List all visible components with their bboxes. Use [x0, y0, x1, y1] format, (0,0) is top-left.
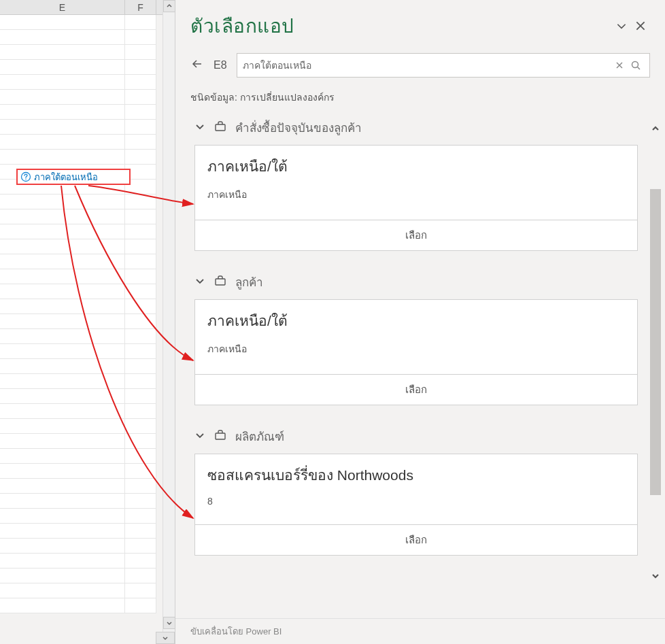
scroll-thumb[interactable]	[650, 189, 661, 495]
scroll-down-arrow[interactable]	[649, 569, 662, 583]
svg-line-8	[638, 67, 641, 70]
column-header-f[interactable]: F	[125, 0, 156, 14]
chevron-down-icon[interactable]	[194, 430, 205, 443]
pane-title: ตัวเลือกแอป	[190, 11, 612, 41]
pane-scrollbar[interactable]	[649, 121, 662, 583]
column-header-row: E F	[0, 0, 175, 15]
card-title: ภาคเหนือ/ใต้	[207, 309, 625, 332]
select-button[interactable]: เลือก	[195, 524, 637, 555]
cell-reference-label: E8	[214, 59, 227, 71]
pane-close-button[interactable]	[631, 20, 650, 32]
select-button[interactable]: เลือก	[195, 220, 637, 250]
clear-search-button[interactable]	[611, 60, 628, 71]
result-card[interactable]: ซอสแครนเบอร์รี่ของ Northwoods 8 เลือก	[194, 454, 638, 556]
sheet-vertical-scrollbar[interactable]	[163, 0, 175, 644]
result-group: คำสั่งซื้อปัจจุบันของลูกค้า ภาคเหนือ/ใต้…	[194, 114, 638, 251]
svg-point-7	[632, 62, 638, 68]
pane-footer: ขับเคลื่อนโดย Power BI	[175, 618, 665, 644]
card-title: ซอสแครนเบอร์รี่ของ Northwoods	[207, 464, 625, 486]
chevron-down-icon[interactable]	[194, 121, 205, 135]
result-card[interactable]: ภาคเหนือ/ใต้ ภาคเหนือ เลือก	[194, 145, 638, 251]
result-group: ผลิตภัณฑ์ ซอสแครนเบอร์รี่ของ Northwoods …	[194, 423, 638, 556]
briefcase-icon	[214, 274, 227, 290]
briefcase-icon	[214, 428, 227, 445]
svg-rect-11	[216, 433, 225, 439]
group-header: ผลิตภัณฑ์	[235, 427, 284, 445]
column-header-e[interactable]: E	[0, 0, 125, 14]
search-input[interactable]	[243, 60, 611, 71]
card-title: ภาคเหนือ/ใต้	[207, 155, 625, 177]
search-box[interactable]	[237, 53, 650, 78]
scroll-up-arrow[interactable]	[649, 121, 662, 136]
group-header: คำสั่งซื้อปัจจุบันของลูกค้า	[235, 118, 362, 137]
scroll-corner-dropdown[interactable]	[156, 632, 175, 644]
datatype-label: ชนิดข้อมูล: การเปลี่ยนแปลงองค์กร	[175, 90, 665, 114]
pane-options-dropdown[interactable]	[612, 20, 631, 32]
search-icon[interactable]	[628, 60, 644, 71]
select-button[interactable]: เลือก	[195, 374, 637, 405]
card-subtitle: ภาคเหนือ	[207, 341, 625, 356]
selected-cell-callout[interactable]: ภาคใต้ตอนเหนือ	[16, 169, 131, 185]
briefcase-icon	[214, 120, 227, 136]
chevron-down-icon[interactable]	[194, 275, 205, 289]
back-button[interactable]	[190, 57, 204, 73]
card-subtitle: 8	[207, 496, 625, 507]
question-mark-icon	[20, 171, 31, 182]
scroll-up-button[interactable]	[163, 0, 175, 12]
svg-rect-9	[216, 124, 225, 131]
card-subtitle: ภาคเหนือ	[207, 187, 625, 202]
result-group: ลูกค้า ภาคเหนือ/ใต้ ภาคเหนือ เลือก	[194, 269, 638, 405]
scroll-down-button[interactable]	[163, 617, 175, 629]
selected-cell-text: ภาคใต้ตอนเหนือ	[34, 170, 98, 184]
app-options-pane: ตัวเลือกแอป E8 ชนิดข้อมูล: การเปลี่ยนแปล…	[175, 0, 665, 644]
spreadsheet-area: E F	[0, 0, 175, 644]
svg-point-1	[25, 179, 27, 180]
result-card[interactable]: ภาคเหนือ/ใต้ ภาคเหนือ เลือก	[194, 299, 638, 405]
group-header: ลูกค้า	[235, 273, 263, 291]
grid-rows[interactable]	[0, 15, 156, 613]
svg-rect-10	[216, 279, 225, 285]
